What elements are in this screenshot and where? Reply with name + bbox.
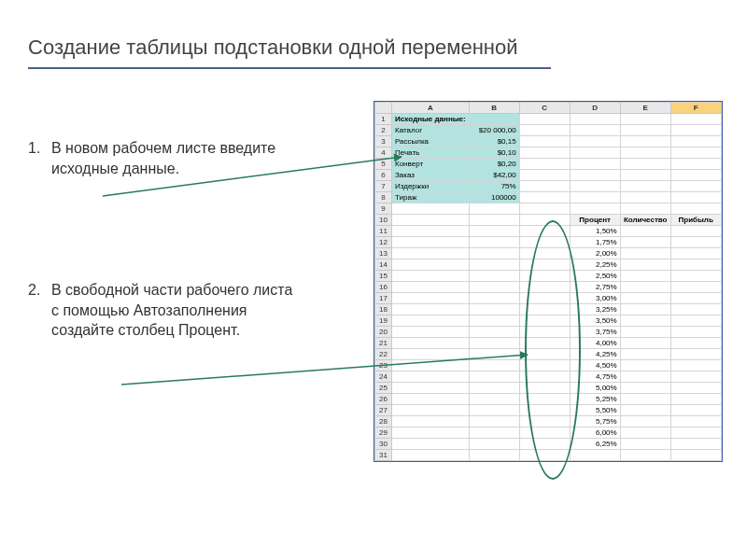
cell-C7[interactable] (519, 181, 570, 192)
cell-C23[interactable] (519, 360, 570, 371)
column-header-C[interactable]: C (519, 103, 570, 114)
cell-C24[interactable] (519, 371, 570, 383)
cell-E25[interactable] (620, 383, 670, 394)
cell-E15[interactable] (620, 271, 670, 282)
cell-C19[interactable] (519, 315, 570, 327)
cell-F28[interactable] (670, 416, 721, 427)
cell-F30[interactable] (670, 439, 721, 450)
cell-D30[interactable]: 6,25% (570, 439, 620, 450)
cell-C16[interactable] (519, 282, 570, 293)
cell-B22[interactable] (469, 349, 519, 360)
cell-D22[interactable]: 4,25% (570, 349, 620, 360)
cell-F19[interactable] (670, 315, 721, 327)
cell-D6[interactable] (570, 170, 620, 181)
cell-A12[interactable] (392, 237, 470, 248)
cell-A23[interactable] (392, 360, 470, 371)
cell-F14[interactable] (670, 259, 721, 271)
cell-C28[interactable] (519, 416, 570, 427)
cell-A15[interactable] (392, 271, 470, 282)
cell-F5[interactable] (670, 159, 721, 170)
cell-B10[interactable] (469, 215, 519, 226)
cell-A10[interactable] (392, 215, 470, 226)
row-header-7[interactable]: 7 (375, 181, 392, 192)
cell-C9[interactable] (519, 203, 570, 215)
cell-C10[interactable] (519, 215, 570, 226)
cell-F2[interactable] (670, 125, 721, 136)
cell-C22[interactable] (519, 349, 570, 360)
cell-E23[interactable] (620, 360, 670, 371)
cell-A26[interactable] (392, 394, 470, 405)
cell-F7[interactable] (670, 181, 721, 192)
cell-B26[interactable] (469, 394, 519, 405)
cell-F6[interactable] (670, 170, 721, 181)
cell-F25[interactable] (670, 383, 721, 394)
cell-C17[interactable] (519, 293, 570, 304)
cell-F16[interactable] (670, 282, 721, 293)
cell-E28[interactable] (620, 416, 670, 427)
row-header-16[interactable]: 16 (375, 282, 392, 293)
cell-D20[interactable]: 3,75% (570, 327, 620, 338)
cell-B13[interactable] (469, 248, 519, 259)
cell-D13[interactable]: 2,00% (570, 248, 620, 259)
cell-D21[interactable]: 4,00% (570, 338, 620, 349)
cell-D3[interactable] (570, 136, 620, 147)
cell-A17[interactable] (392, 293, 470, 304)
cell-A25[interactable] (392, 383, 470, 394)
column-header-B[interactable]: B (469, 103, 519, 114)
cell-E8[interactable] (620, 192, 670, 203)
cell-C6[interactable] (519, 170, 570, 181)
cell-C3[interactable] (519, 136, 570, 147)
cell-A29[interactable] (392, 427, 470, 439)
cell-F22[interactable] (670, 349, 721, 360)
cell-C4[interactable] (519, 147, 570, 159)
cell-C13[interactable] (519, 248, 570, 259)
column-header-F[interactable]: F (670, 103, 721, 114)
column-header-D[interactable]: D (570, 103, 620, 114)
row-header-25[interactable]: 25 (375, 383, 392, 394)
cell-D31[interactable] (570, 450, 620, 461)
row-header-28[interactable]: 28 (375, 416, 392, 427)
cell-C8[interactable] (519, 192, 570, 203)
cell-E27[interactable] (620, 405, 670, 416)
cell-A30[interactable] (392, 439, 470, 450)
cell-B30[interactable] (469, 439, 519, 450)
row-header-20[interactable]: 20 (375, 327, 392, 338)
row-header-24[interactable]: 24 (375, 371, 392, 383)
cell-A31[interactable] (392, 450, 470, 461)
cell-F12[interactable] (670, 237, 721, 248)
cell-F31[interactable] (670, 450, 721, 461)
cell-B14[interactable] (469, 259, 519, 271)
row-header-4[interactable]: 4 (375, 147, 392, 159)
cell-D5[interactable] (570, 159, 620, 170)
row-header-8[interactable]: 8 (375, 192, 392, 203)
cell-A21[interactable] (392, 338, 470, 349)
row-header-30[interactable]: 30 (375, 439, 392, 450)
cell-A20[interactable] (392, 327, 470, 338)
row-header-22[interactable]: 22 (375, 349, 392, 360)
cell-D4[interactable] (570, 147, 620, 159)
cell-C11[interactable] (519, 226, 570, 237)
cell-F8[interactable] (670, 192, 721, 203)
cell-D23[interactable]: 4,50% (570, 360, 620, 371)
cell-E13[interactable] (620, 248, 670, 259)
cell-B11[interactable] (469, 226, 519, 237)
row-header-5[interactable]: 5 (375, 159, 392, 170)
cell-D26[interactable]: 5,25% (570, 394, 620, 405)
cell-A22[interactable] (392, 349, 470, 360)
cell-E14[interactable] (620, 259, 670, 271)
cell-A6[interactable]: Заказ (392, 170, 470, 181)
cell-A7[interactable]: Издержки (392, 181, 470, 192)
cell-B23[interactable] (469, 360, 519, 371)
row-header-27[interactable]: 27 (375, 405, 392, 416)
cell-A27[interactable] (392, 405, 470, 416)
cell-A1[interactable]: Исходные данные: (392, 114, 470, 125)
cell-C25[interactable] (519, 383, 570, 394)
row-header-17[interactable]: 17 (375, 293, 392, 304)
row-header-12[interactable]: 12 (375, 237, 392, 248)
cell-D1[interactable] (570, 114, 620, 125)
cell-C2[interactable] (519, 125, 570, 136)
cell-E22[interactable] (620, 349, 670, 360)
cell-D9[interactable] (570, 203, 620, 215)
cell-B29[interactable] (469, 427, 519, 439)
cell-E7[interactable] (620, 181, 670, 192)
